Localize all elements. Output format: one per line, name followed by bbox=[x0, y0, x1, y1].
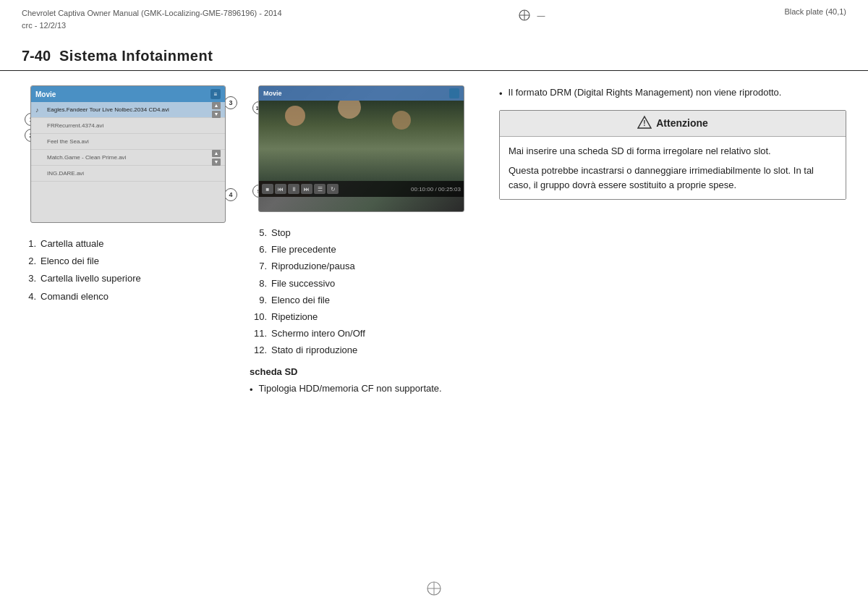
mid-list-item-10: 10. Ripetizione bbox=[250, 311, 474, 324]
ctrl-time: 00:10:00 / 00:25:03 bbox=[411, 186, 461, 193]
scheda-sd-item-1: • Tipologia HDD/memoria CF non supportat… bbox=[250, 381, 474, 397]
warning-paragraph-1: Mai inserire una scheda SD di forma irre… bbox=[509, 144, 837, 159]
video-content: ■ ⏮ ⏸ ⏭ ☰ ↻ 00:10:00 / 00:25:03 bbox=[259, 101, 464, 197]
badge-3: 3 bbox=[224, 96, 237, 109]
section-number: 7-40 bbox=[22, 48, 51, 64]
video-corner-button[interactable] bbox=[449, 88, 459, 98]
next-button[interactable]: ⏭ bbox=[301, 184, 312, 194]
warning-title: Attenzione bbox=[656, 117, 708, 129]
mid-list-item-5: 5. Stop bbox=[250, 227, 474, 240]
mid-list-item-11: 11. Schermo intero On/Off bbox=[250, 327, 474, 340]
header-left: Chevrolet Captiva Owner Manual (GMK-Loca… bbox=[22, 7, 282, 31]
badge-4: 4 bbox=[224, 188, 237, 201]
mid-list-item-9: 9. Elenco dei file bbox=[250, 294, 474, 307]
bullet-dot-right: • bbox=[499, 87, 503, 101]
screen-row-3: Feel the Sea.avi bbox=[31, 134, 225, 150]
stop-button[interactable]: ■ bbox=[262, 184, 273, 194]
page-header: Chevrolet Captiva Owner Manual (GMK-Loca… bbox=[0, 0, 868, 35]
scroll-buttons[interactable]: ▲ ▼ bbox=[212, 102, 221, 118]
footer-crosshair-icon bbox=[425, 580, 443, 597]
right-bullet-list: • Il formato DRM (Digital Rights Managem… bbox=[499, 85, 846, 101]
screen-titlebar-right: ≡ bbox=[210, 89, 221, 99]
warning-header: ! Attenzione bbox=[500, 111, 846, 137]
scheda-sd-list: • Tipologia HDD/memoria CF non supportat… bbox=[250, 381, 474, 397]
scheda-sd-title: scheda SD bbox=[250, 366, 474, 377]
scroll-down[interactable]: ▼ bbox=[212, 111, 221, 118]
screen-title: Movie bbox=[35, 90, 56, 98]
prev-button[interactable]: ⏮ bbox=[275, 184, 286, 194]
mid-list-item-6: 6. File precedente bbox=[250, 243, 474, 256]
screen-row-text-1: Eagles.Fandeer Tour Live Nolbec.2034 CD4… bbox=[47, 106, 209, 113]
screen-row-1: ♪ Eagles.Fandeer Tour Live Nolbec.2034 C… bbox=[31, 102, 225, 118]
warning-paragraph-2: Questa potrebbe incastrarsi o danneggiar… bbox=[509, 164, 837, 192]
scroll-up-2[interactable]: ▲ bbox=[212, 150, 221, 157]
header-line2: crc - 12/2/13 bbox=[22, 20, 282, 32]
bullet-dot: • bbox=[250, 383, 253, 397]
list-item-2: 2. Elenco dei file bbox=[22, 255, 231, 268]
main-content: 1 2 3 4 Movie ≡ ♪ Eagles.Fandeer Tour Li… bbox=[0, 71, 868, 607]
list-button[interactable]: ☰ bbox=[314, 184, 326, 194]
page-footer bbox=[0, 580, 868, 597]
video-titlebar: Movie bbox=[259, 86, 464, 101]
middle-column: 11 5 6 7 8 9 10 Movie bbox=[239, 85, 485, 592]
svg-text:!: ! bbox=[644, 119, 646, 127]
triangle-icon: ! bbox=[637, 115, 652, 130]
middle-numbered-list: 5. Stop 6. File precedente 7. Riproduzio… bbox=[250, 227, 474, 358]
warning-box: ! Attenzione Mai inserire una scheda SD … bbox=[499, 110, 846, 200]
screen-row-5: ING.DARE.avi bbox=[31, 166, 225, 182]
header-right: Black plate (40,1) bbox=[784, 7, 846, 16]
crosshair-icon bbox=[518, 9, 531, 22]
screen-row-2: FRRecurrent.4374.avi bbox=[31, 118, 225, 134]
video-screen: Movie ■ ⏮ bbox=[258, 85, 464, 212]
left-screen: Movie ≡ ♪ Eagles.Fandeer Tour Live Nolbe… bbox=[30, 85, 226, 223]
head-3 bbox=[392, 111, 411, 130]
repeat-button[interactable]: ↻ bbox=[327, 184, 339, 194]
scroll-down-2[interactable]: ▼ bbox=[212, 159, 221, 166]
scroll-buttons-2[interactable]: ▲ ▼ bbox=[212, 150, 221, 166]
screen-row-4: Match.Game - Clean Prime.avi ▲ ▼ bbox=[31, 150, 225, 166]
mid-list-item-7: 7. Riproduzione/pausa bbox=[250, 260, 474, 273]
list-item-1: 1. Cartella attuale bbox=[22, 237, 231, 250]
left-column: 1 2 3 4 Movie ≡ ♪ Eagles.Fandeer Tour Li… bbox=[22, 85, 239, 592]
left-numbered-list: 1. Cartella attuale 2. Elenco dei file 3… bbox=[22, 237, 231, 303]
section-title-bar: 7-40 Sistema Infotainment bbox=[0, 35, 868, 71]
section-title: Sistema Infotainment bbox=[59, 48, 213, 64]
right-bullet-item-1: • Il formato DRM (Digital Rights Managem… bbox=[499, 85, 846, 101]
list-item-4: 4. Comandi elenco bbox=[22, 290, 231, 303]
warning-body: Mai inserire una scheda SD di forma irre… bbox=[500, 137, 846, 200]
header-crosshair: — bbox=[518, 9, 548, 22]
mid-list-item-8: 8. File successivo bbox=[250, 277, 474, 290]
screen-btn-1[interactable]: ≡ bbox=[210, 89, 221, 99]
head-1 bbox=[285, 106, 305, 126]
header-line1: Chevrolet Captiva Owner Manual (GMK-Loca… bbox=[22, 7, 282, 20]
warning-triangle-icon: ! bbox=[637, 115, 652, 132]
video-controls[interactable]: ■ ⏮ ⏸ ⏭ ☰ ↻ 00:10:00 / 00:25:03 bbox=[259, 181, 464, 197]
play-button[interactable]: ⏸ bbox=[288, 184, 299, 194]
scroll-up[interactable]: ▲ bbox=[212, 102, 221, 109]
list-item-3: 3. Cartella livello superiore bbox=[22, 272, 231, 285]
screen-titlebar: Movie ≡ bbox=[31, 86, 225, 102]
video-title: Movie bbox=[263, 90, 282, 97]
video-container: 11 5 6 7 8 9 10 Movie bbox=[258, 85, 474, 212]
mid-list-item-12: 12. Stato di riproduzione bbox=[250, 344, 474, 357]
header-manual-title: Chevrolet Captiva Owner Manual (GMK-Loca… bbox=[22, 9, 282, 17]
right-column: • Il formato DRM (Digital Rights Managem… bbox=[485, 85, 846, 592]
left-screen-container: 1 2 3 4 Movie ≡ ♪ Eagles.Fandeer Tour Li… bbox=[30, 85, 231, 223]
